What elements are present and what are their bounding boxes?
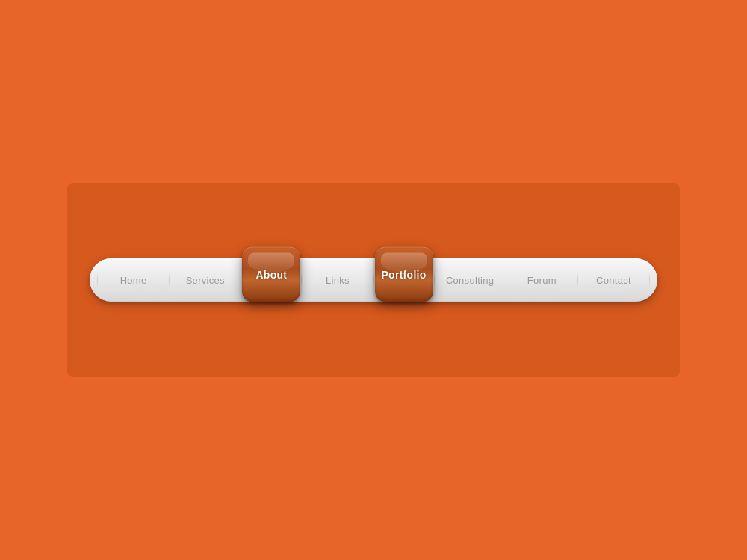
nav-label-contact: Contact — [596, 275, 631, 286]
nav-item-links[interactable]: Links — [302, 258, 373, 302]
nav-label-consulting: Consulting — [446, 275, 494, 286]
nav-item-home[interactable]: Home — [98, 258, 169, 302]
nav-item-services[interactable]: Services — [170, 258, 241, 302]
nav-item-contact[interactable]: Contact — [578, 258, 649, 302]
nav-item-about[interactable]: About — [241, 258, 301, 302]
page-container: Home Services About Links — [67, 183, 680, 377]
nav-item-consulting[interactable]: Consulting — [435, 258, 506, 302]
nav-item-forum[interactable]: Forum — [506, 258, 577, 302]
about-raised-button[interactable]: About — [242, 247, 300, 302]
nav-items-wrapper: Home Services About Links — [97, 258, 650, 302]
nav-label-services: Services — [186, 275, 225, 286]
about-button-label: About — [255, 269, 287, 281]
nav-label-home: Home — [120, 275, 147, 286]
portfolio-button-label: Portfolio — [381, 269, 426, 281]
nav-label-links: Links — [326, 275, 350, 286]
nav-item-portfolio[interactable]: Portfolio — [374, 258, 434, 302]
portfolio-raised-button[interactable]: Portfolio — [375, 247, 433, 302]
separator-9 — [649, 273, 650, 287]
navigation-bar: Home Services About Links — [90, 258, 657, 302]
nav-label-forum: Forum — [527, 275, 557, 286]
